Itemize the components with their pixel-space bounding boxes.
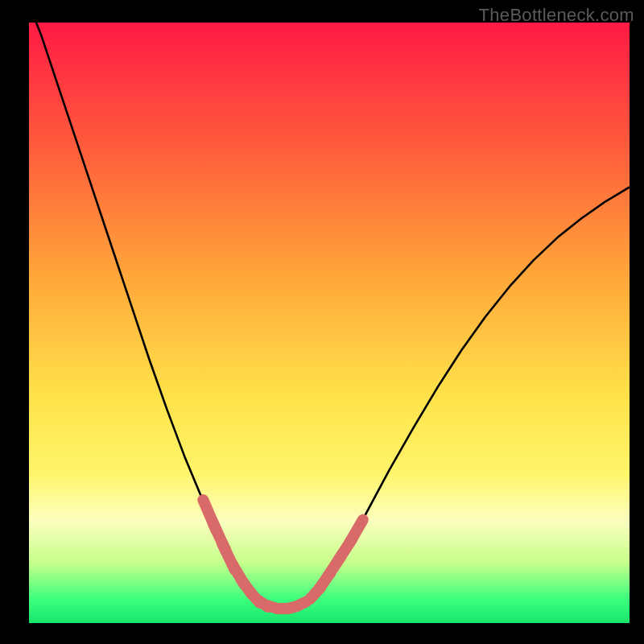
plot-background	[29, 23, 630, 623]
chart-stage: TheBottleneck.com	[0, 0, 644, 644]
highlight-tick	[297, 601, 307, 606]
bottleneck-chart	[0, 0, 644, 644]
watermark-text: TheBottleneck.com	[479, 5, 634, 26]
